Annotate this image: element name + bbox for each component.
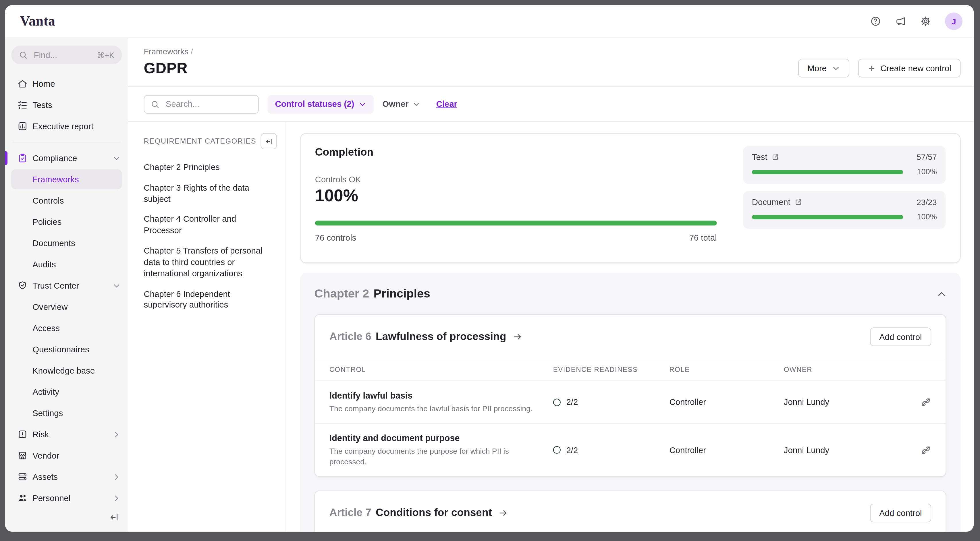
sidebar-collapse-button[interactable] [110, 509, 128, 527]
sidebar-item-label: Access [32, 323, 60, 333]
arrow-right-icon[interactable] [512, 332, 522, 342]
table-row[interactable]: Identify lawful basis The company docume… [315, 381, 946, 424]
category-item[interactable]: Chapter 4 Controller and Processor [143, 214, 277, 236]
readiness-ring-icon [553, 447, 561, 454]
owner-cell: Jonni Lundy [784, 398, 897, 407]
page-title: GDPR [143, 59, 188, 77]
requirement-categories-panel: REQUIREMENT CATEGORIES Chapter 2 Princip… [128, 122, 286, 531]
column-header-role: ROLE [670, 366, 784, 373]
sidebar-item-knowledge-base[interactable]: Knowledge base [5, 360, 128, 381]
category-item[interactable]: Chapter 6 Independent supervisory author… [143, 288, 277, 311]
add-control-button[interactable]: Add control [870, 504, 931, 523]
article-title[interactable]: Conditions for consent [376, 507, 492, 520]
test-stat-box: Test 57/57 100% [743, 146, 945, 184]
create-button-label: Create new control [880, 64, 951, 73]
search-input[interactable] [164, 99, 252, 110]
vanta-logo: Vanta [20, 13, 56, 30]
sidebar-item-activity[interactable]: Activity [5, 381, 128, 402]
readiness-value: 2/2 [566, 398, 578, 407]
owner-cell: Jonni Lundy [784, 446, 897, 455]
sidebar-item-audits[interactable]: Audits [5, 253, 128, 275]
more-button-label: More [807, 64, 827, 73]
sidebar-item-tests[interactable]: Tests [5, 94, 128, 116]
app-window: Vanta J ⌘+K Home [5, 5, 974, 531]
document-stat-link[interactable]: Document [752, 197, 802, 207]
sidebar-item-frameworks[interactable]: Frameworks [11, 169, 122, 189]
sidebar-item-label: Tests [32, 100, 52, 110]
chevron-right-icon [113, 494, 121, 502]
add-control-button[interactable]: Add control [870, 327, 931, 346]
help-icon[interactable] [870, 16, 881, 27]
controls-count: 76 controls [315, 233, 356, 243]
sidebar-item-home[interactable]: Home [5, 73, 128, 94]
unlink-icon[interactable] [921, 445, 931, 455]
table-row[interactable]: Identity and document purpose The compan… [315, 424, 946, 476]
readiness-value: 2/2 [566, 446, 578, 455]
category-item[interactable]: Chapter 5 Transfers of personal data to … [143, 245, 277, 279]
avatar[interactable]: J [945, 13, 963, 30]
role-cell: Controller [670, 398, 784, 407]
search-box[interactable] [143, 95, 258, 113]
find-box[interactable]: ⌘+K [11, 46, 122, 64]
document-stat-box: Document 23/23 100% [743, 191, 945, 229]
active-section-indicator [5, 151, 7, 165]
control-statuses-filter[interactable]: Control statuses (2) [267, 95, 373, 113]
sidebar-item-risk[interactable]: Risk [5, 423, 128, 445]
sidebar-item-executive-report[interactable]: Executive report [5, 116, 128, 137]
controls-ok-percent: 100% [315, 186, 717, 205]
column-header-owner: OWNER [784, 366, 897, 373]
sidebar-item-policies[interactable]: Policies [5, 211, 128, 232]
sidebar-item-overview[interactable]: Overview [5, 296, 128, 317]
sidebar: ⌘+K Home Tests Executive report [5, 38, 128, 532]
arrow-right-icon[interactable] [498, 508, 508, 518]
find-input[interactable] [32, 50, 92, 60]
sidebar-item-documents[interactable]: Documents [5, 232, 128, 253]
category-item[interactable]: Chapter 3 Rights of the data subject [143, 182, 277, 205]
sidebar-item-access[interactable]: Access [5, 317, 128, 339]
risk-alert-icon [18, 429, 27, 439]
find-shortcut: ⌘+K [97, 50, 114, 60]
sidebar-item-personnel[interactable]: Personnel [5, 487, 128, 509]
sidebar-item-compliance[interactable]: Compliance [5, 148, 128, 169]
announcements-icon[interactable] [895, 16, 906, 27]
sidebar-item-assets[interactable]: Assets [5, 466, 128, 487]
checklist-icon [18, 100, 27, 110]
sidebar-item-label: Risk [32, 430, 49, 439]
create-new-control-button[interactable]: Create new control [858, 59, 961, 78]
sidebar-item-label: Audits [32, 259, 56, 269]
article-title[interactable]: Lawfulness of processing [376, 331, 506, 343]
collapse-section-chevron-up-icon[interactable] [937, 289, 947, 298]
add-control-label: Add control [879, 332, 922, 342]
categories-collapse-button[interactable] [261, 133, 277, 149]
sidebar-divider [13, 142, 121, 142]
collapse-left-icon [110, 512, 119, 522]
control-description: The company documents the lawful basis f… [329, 404, 553, 414]
test-percent: 100% [903, 167, 937, 176]
breadcrumb[interactable]: Frameworks / [143, 47, 961, 56]
sidebar-item-controls[interactable]: Controls [5, 190, 128, 212]
category-item[interactable]: Chapter 2 Principles [143, 162, 277, 173]
breadcrumb-frameworks[interactable]: Frameworks [143, 47, 188, 56]
sidebar-item-label: Compliance [32, 153, 77, 163]
sidebar-item-vendor[interactable]: Vendor [5, 445, 128, 466]
sidebar-item-label: Assets [32, 472, 58, 482]
control-name[interactable]: Identify lawful basis [329, 390, 553, 401]
more-button[interactable]: More [798, 59, 849, 78]
owner-filter-label: Owner [382, 99, 409, 109]
external-link-icon [794, 198, 802, 206]
sidebar-item-label: Executive report [32, 121, 93, 131]
sidebar-item-questionnaires[interactable]: Questionnaires [5, 339, 128, 360]
control-name[interactable]: Identity and document purpose [329, 433, 553, 443]
clear-filters-link[interactable]: Clear [436, 99, 457, 109]
owner-filter[interactable]: Owner [382, 99, 420, 109]
sidebar-item-label: Frameworks [32, 175, 79, 184]
sidebar-item-settings[interactable]: Settings [5, 402, 128, 423]
chevron-down-icon [113, 154, 121, 162]
categories-heading: REQUIREMENT CATEGORIES [143, 138, 256, 145]
settings-gear-icon[interactable] [920, 16, 931, 27]
sidebar-item-trust-center[interactable]: Trust Center [5, 275, 128, 296]
article-prefix: Article 7 [329, 507, 371, 520]
unlink-icon[interactable] [921, 397, 931, 407]
sidebar-item-label: Vendor [32, 451, 59, 460]
test-stat-link[interactable]: Test [752, 153, 779, 162]
